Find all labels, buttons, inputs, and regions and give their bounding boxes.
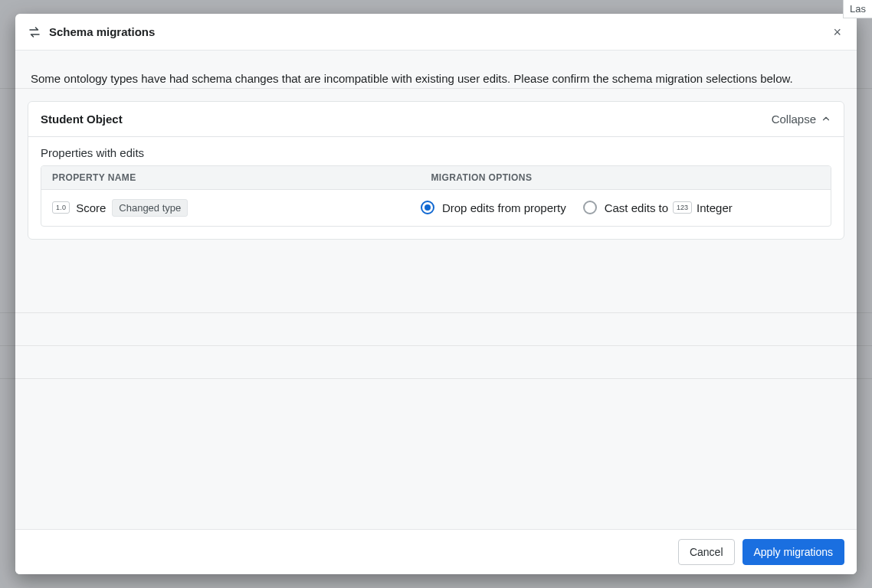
modal-header: Schema migrations × [15,14,857,51]
migration-options: Drop edits from property Cast edits to 1… [421,201,820,214]
modal-footer: Cancel Apply migrations [15,529,857,574]
background-fragment: Las [843,0,872,18]
property-name: Score [76,201,106,214]
type-name: Integer [697,201,733,214]
background-divider [0,345,872,346]
collapse-label: Collapse [772,113,816,126]
radio-label-drop: Drop edits from property [442,201,566,214]
modal-backdrop: Las Schema migrations × Some ontology ty… [0,0,872,588]
radio-option-cast[interactable]: Cast edits to 123 Integer [583,201,733,214]
close-button[interactable]: × [830,22,844,42]
chevron-up-icon [821,113,831,124]
modal-title: Schema migrations [49,25,155,38]
radio-indicator [583,201,597,214]
apply-migrations-button[interactable]: Apply migrations [743,539,845,565]
radio-option-drop[interactable]: Drop edits from property [421,201,566,214]
modal-body: Some ontology types have had schema chan… [15,51,857,529]
background-divider [0,378,872,379]
section-title: Student Object [41,113,123,126]
collapse-button[interactable]: Collapse [772,113,831,126]
properties-table: PROPERTY NAME MIGRATION OPTIONS 1.0 Scor… [41,165,831,227]
radio-label-cast-prefix: Cast edits to [605,201,668,214]
object-section: Student Object Collapse Properties with … [28,101,844,240]
schema-migrations-modal: Schema migrations × Some ontology types … [15,14,857,574]
radio-label-cast: Cast edits to 123 Integer [605,201,733,214]
type-badge: 1.0 [52,201,70,214]
cancel-button[interactable]: Cancel [678,539,735,565]
radio-indicator [421,201,434,214]
property-cell: 1.0 Score Changed type [52,199,421,217]
properties-table-wrap: PROPERTY NAME MIGRATION OPTIONS 1.0 Scor… [28,159,844,239]
swap-icon [28,25,41,39]
table-head: PROPERTY NAME MIGRATION OPTIONS [41,166,831,190]
section-subheading: Properties with edits [28,137,844,159]
column-header-property: PROPERTY NAME [41,166,420,189]
background-divider [0,88,872,89]
column-header-options: MIGRATION OPTIONS [420,166,831,189]
intro-text: Some ontology types have had schema chan… [28,63,844,101]
table-row: 1.0 Score Changed type Drop edits from p… [41,190,831,226]
change-chip: Changed type [112,199,188,217]
background-divider [0,312,872,313]
section-header: Student Object Collapse [28,102,844,137]
type-tag: 123 [673,201,692,214]
